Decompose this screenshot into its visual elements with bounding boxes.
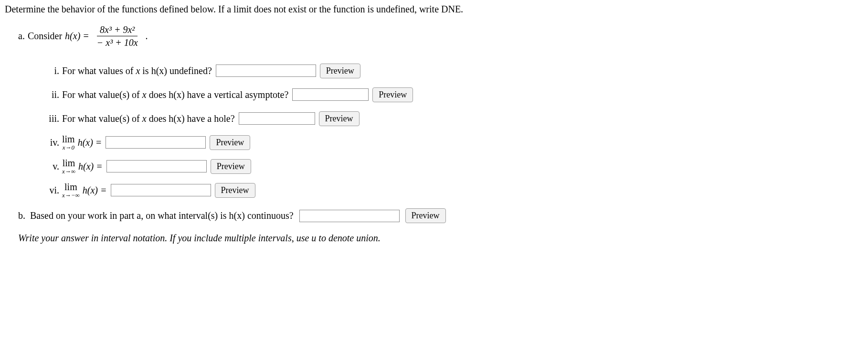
roman-numeral: i. [47,65,59,76]
question-text: For what value(s) of x does h(x) have a … [62,89,288,100]
part-a: a. Consider h(x) = 8x³ + 9x² − x³ + 10x … [18,23,863,199]
answer-input-ii[interactable] [292,88,369,101]
question-text: For what value(s) of x does h(x) have a … [62,113,235,124]
sub-questions: i. For what values of x is h(x) undefine… [47,62,863,199]
limit-expression: lim x→0 [62,134,75,150]
roman-numeral: vi. [47,185,59,196]
limit-rhs: h(x) = [78,161,103,172]
roman-numeral: ii. [47,89,59,100]
period: . [146,31,148,42]
question-vi: vi. lim x→−∞ h(x) = Preview [47,182,863,199]
roman-numeral: iv. [47,137,59,148]
fraction: 8x³ + 9x² − x³ + 10x [94,23,141,49]
part-b-text: Based on your work in part a, on what in… [30,210,294,221]
preview-button[interactable]: Preview [405,208,446,223]
answer-input-b[interactable] [299,210,400,222]
preview-button[interactable]: Preview [210,135,250,150]
numerator: 8x³ + 9x² [97,23,138,36]
roman-numeral: v. [47,161,59,172]
answer-input-v[interactable] [106,160,207,172]
limit-expression: lim x→∞ [62,158,75,174]
part-a-label: a. [18,31,25,42]
answer-input-vi[interactable] [111,184,211,196]
question-v: v. lim x→∞ h(x) = Preview [47,158,863,175]
answer-input-iii[interactable] [239,112,315,125]
question-ii: ii. For what value(s) of x does h(x) hav… [47,86,863,103]
limit-expression: lim x→−∞ [62,182,80,198]
preview-button[interactable]: Preview [372,87,413,102]
preview-button[interactable]: Preview [319,111,360,126]
question-iii: iii. For what value(s) of x does h(x) ha… [47,110,863,127]
limit-rhs: h(x) = [78,137,102,148]
denominator: − x³ + 10x [94,36,141,49]
consider-prefix: Consider [28,31,62,42]
roman-numeral: iii. [47,113,59,124]
function-lhs: h(x) = [65,31,89,42]
part-b-label: b. [18,210,25,221]
preview-button[interactable]: Preview [215,183,255,198]
answer-input-i[interactable] [216,64,316,77]
question-iv: iv. lim x→0 h(x) = Preview [47,134,863,151]
hint-text: Write your answer in interval notation. … [18,233,863,244]
preview-button[interactable]: Preview [320,64,360,78]
function-definition: a. Consider h(x) = 8x³ + 9x² − x³ + 10x … [18,23,863,49]
part-b: b. Based on your work in part a, on what… [18,208,863,223]
question-i: i. For what values of x is h(x) undefine… [47,62,863,79]
preview-button[interactable]: Preview [211,159,251,174]
answer-input-iv[interactable] [106,136,206,149]
question-text: For what values of x is h(x) undefined? [62,65,212,76]
limit-rhs: h(x) = [83,185,107,196]
instructions-text: Determine the behavior of the functions … [5,4,863,15]
